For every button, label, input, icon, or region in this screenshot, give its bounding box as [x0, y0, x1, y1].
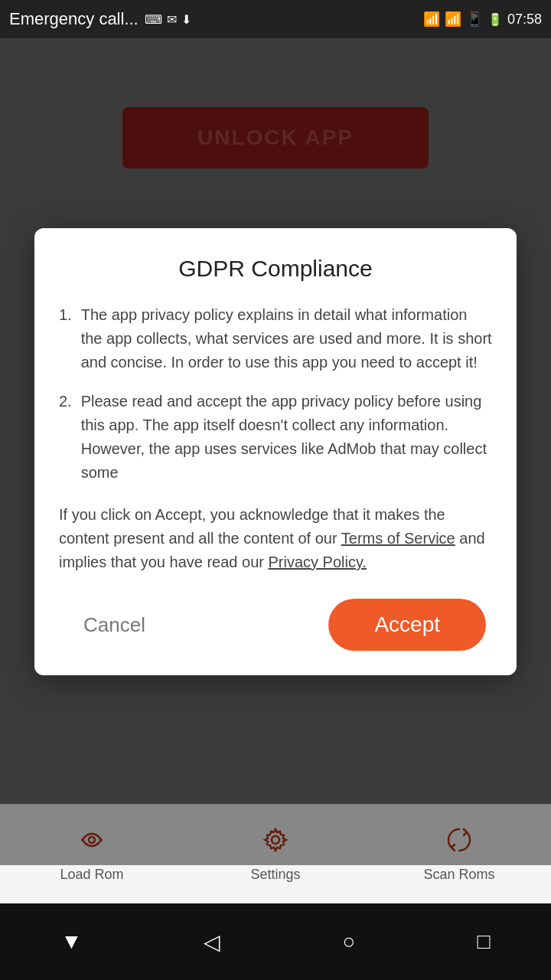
- dialog-body: 1. The app privacy policy explains in de…: [59, 303, 492, 574]
- status-bar-left: Emergency call... ⌨ ✉ ⬇: [9, 9, 191, 29]
- modal-overlay: GDPR Compliance 1. The app privacy polic…: [0, 38, 551, 865]
- keyboard-icon: ⌨: [145, 12, 162, 27]
- list-text-2: Please read and accept the app privacy p…: [81, 390, 492, 485]
- list-number-2: 2.: [59, 390, 72, 485]
- load-rom-label: Load Rom: [60, 867, 123, 883]
- list-item: 1. The app privacy policy explains in de…: [59, 303, 492, 374]
- accept-button[interactable]: Accept: [328, 599, 486, 651]
- emergency-call-label: Emergency call...: [9, 9, 139, 29]
- nav-back-button[interactable]: ◁: [204, 929, 220, 955]
- status-bar-system-icons: 📶 📶 📱 🔋 07:58: [423, 11, 542, 28]
- status-time: 07:58: [507, 11, 542, 28]
- nav-down-arrow[interactable]: ▼: [61, 929, 83, 954]
- sim-icon: 📱: [466, 11, 483, 28]
- status-bar-notification-icons: ⌨ ✉ ⬇: [145, 12, 191, 27]
- wifi-icon: 📶: [445, 11, 461, 28]
- list-number-1: 1.: [59, 303, 72, 374]
- terms-of-service-link[interactable]: Terms of Service: [341, 530, 455, 547]
- battery-icon: 🔋: [487, 12, 503, 27]
- list-item: 2. Please read and accept the app privac…: [59, 390, 492, 485]
- cancel-button[interactable]: Cancel: [65, 604, 164, 646]
- dialog-list: 1. The app privacy policy explains in de…: [59, 303, 492, 485]
- list-text-1: The app privacy policy explains in detai…: [81, 303, 492, 374]
- settings-label: Settings: [250, 867, 300, 883]
- app-background: UNLOCK APP GDPR Compliance 1. The app pr…: [0, 38, 551, 865]
- email-icon: ✉: [167, 12, 177, 27]
- privacy-policy-link[interactable]: Privacy Policy.: [269, 554, 367, 570]
- dialog-buttons: Cancel Accept: [59, 599, 492, 651]
- rotate-icon: 📶: [423, 11, 440, 28]
- gdpr-dialog: GDPR Compliance 1. The app privacy polic…: [34, 228, 517, 675]
- nav-home-button[interactable]: ○: [342, 929, 355, 954]
- status-bar: Emergency call... ⌨ ✉ ⬇ 📶 📶 📱 🔋 07:58: [0, 0, 551, 38]
- download-icon: ⬇: [181, 12, 191, 27]
- dialog-title: GDPR Compliance: [59, 256, 492, 282]
- android-navigation-bar: ▼ ◁ ○ □: [0, 903, 551, 980]
- scan-roms-label: Scan Roms: [423, 867, 494, 883]
- dialog-footer-text: If you click on Accept, you acknowledge …: [59, 503, 492, 574]
- nav-recent-button[interactable]: □: [478, 929, 491, 954]
